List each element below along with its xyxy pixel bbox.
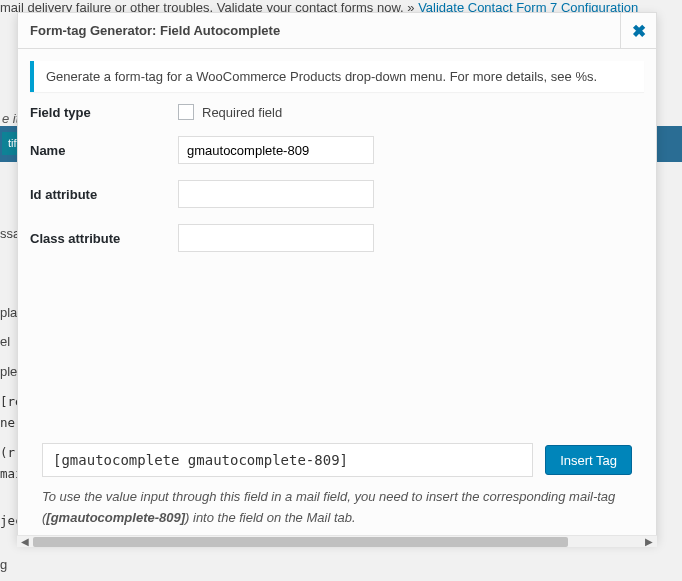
scroll-track[interactable] — [33, 536, 641, 547]
generated-tag-output[interactable] — [42, 443, 533, 477]
insert-tag-button[interactable]: Insert Tag — [545, 445, 632, 475]
bg-abbrev: pla — [0, 303, 17, 323]
required-checkbox-label: Required field — [202, 105, 282, 120]
scroll-right-icon[interactable]: ▶ — [641, 536, 657, 547]
scroll-thumb[interactable] — [33, 537, 568, 547]
label-id-attr: Id attribute — [30, 187, 178, 202]
required-checkbox[interactable] — [178, 104, 194, 120]
name-input[interactable] — [178, 136, 374, 164]
row-id-attr: Id attribute — [30, 180, 644, 208]
modal-title: Form-tag Generator: Field Autocomplete — [30, 23, 280, 38]
bg-abbrev: g — [0, 555, 7, 575]
row-field-type: Field type Required field — [30, 104, 644, 120]
row-class-attr: Class attribute — [30, 224, 644, 252]
modal-body: Generate a form-tag for a WooCommerce Pr… — [18, 49, 656, 541]
footer-hint-text: To use the value input through this fiel… — [42, 487, 632, 529]
id-attr-input[interactable] — [178, 180, 374, 208]
label-field-type: Field type — [30, 105, 178, 120]
label-class-attr: Class attribute — [30, 231, 178, 246]
modal-footer: Insert Tag To use the value input throug… — [30, 433, 644, 541]
bg-abbrev: el — [0, 332, 10, 352]
horizontal-scrollbar[interactable]: ◀ ▶ — [17, 535, 657, 547]
scroll-left-icon[interactable]: ◀ — [17, 536, 33, 547]
row-name: Name — [30, 136, 644, 164]
close-icon[interactable]: ✖ — [620, 13, 656, 49]
info-notice: Generate a form-tag for a WooCommerce Pr… — [30, 61, 644, 92]
mail-tag-code: [gmautocomplete-809] — [46, 510, 185, 525]
label-name: Name — [30, 143, 178, 158]
modal-header: Form-tag Generator: Field Autocomplete ✖ — [18, 13, 656, 49]
class-attr-input[interactable] — [178, 224, 374, 252]
form-tag-generator-modal: Form-tag Generator: Field Autocomplete ✖… — [17, 12, 657, 542]
